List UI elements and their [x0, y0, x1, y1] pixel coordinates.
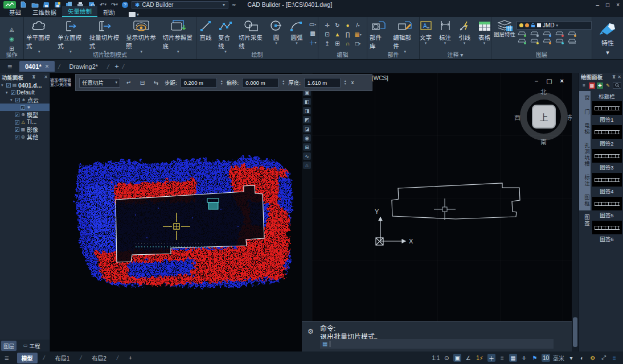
- menu-tab-3d-data[interactable]: 三维数据: [27, 7, 62, 17]
- close-slicebar-icon[interactable]: x: [351, 80, 354, 85]
- tab-elevator[interactable]: 电梯: [579, 119, 591, 139]
- block-thumbnail[interactable]: [592, 101, 622, 115]
- layer-properties-button[interactable]: 图层特性: [494, 19, 515, 38]
- tree-item-pointcloud[interactable]: ▾✓∗ 点云: [0, 96, 50, 104]
- customize-gear-icon[interactable]: ⚙: [589, 354, 597, 362]
- arc-tool-button[interactable]: 圆弧▾: [287, 19, 306, 45]
- polar-tracking-icon[interactable]: ＋: [487, 354, 495, 362]
- snap-mode-icon[interactable]: ⊙: [442, 354, 450, 362]
- scale-indicator[interactable]: 1:1: [432, 355, 440, 361]
- properties-button[interactable]: 特性 ▾: [592, 17, 623, 59]
- array-tool-icon[interactable]: ∏: [343, 30, 353, 39]
- tab-window[interactable]: 窗: [579, 91, 591, 105]
- layer-match-icon[interactable]: [568, 31, 576, 37]
- doc-tab-0401[interactable]: 0401*✕: [19, 61, 55, 72]
- component-library-button[interactable]: 部件库: [367, 19, 390, 53]
- block-thumbnail[interactable]: [592, 149, 622, 163]
- tab-annotation[interactable]: 标注: [579, 171, 591, 191]
- single-plane-mode-button[interactable]: 单平面模式▾: [24, 19, 54, 53]
- brush-icon[interactable]: ✎: [605, 82, 611, 89]
- slice-flip-icon[interactable]: ⇆: [151, 80, 161, 86]
- move-tool-icon[interactable]: ✛: [322, 21, 332, 30]
- step-input[interactable]: 0.200 m: [181, 78, 217, 88]
- command-input[interactable]: ▦: [320, 339, 554, 349]
- new-tab-button[interactable]: +: [114, 62, 119, 71]
- workspace-select[interactable]: ✱ CAD Builder ▾: [132, 1, 228, 9]
- scale-tool-icon[interactable]: ⊞: [333, 39, 342, 48]
- scrollbar-thumb[interactable]: [573, 317, 577, 347]
- grid-display-icon[interactable]: ▦: [509, 354, 517, 362]
- layout-tab-layout2[interactable]: 布局2: [87, 353, 111, 363]
- view-extents-icon[interactable]: ⊞: [303, 143, 311, 151]
- show-slice-reference-button[interactable]: 显示切片参照▾: [124, 19, 159, 53]
- fillet-tool-icon[interactable]: ∩: [343, 39, 353, 48]
- layer-lock-icon[interactable]: [555, 31, 564, 37]
- view-front-icon[interactable]: ◧: [303, 98, 311, 105]
- layer-unlock2-icon[interactable]: [555, 38, 564, 44]
- command-gear-icon[interactable]: ⚙: [308, 328, 314, 336]
- single-elevation-mode-button[interactable]: 单立面模式▾: [55, 19, 85, 53]
- tab-frame[interactable]: 图框: [579, 191, 591, 210]
- text-tool-button[interactable]: A 文字▾: [417, 19, 435, 45]
- layer-isolate-icon[interactable]: [518, 31, 526, 37]
- copy-object-tool-icon[interactable]: ⊡: [322, 30, 332, 39]
- edit-component-button[interactable]: 编辑部件▾: [391, 19, 419, 53]
- help-icon[interactable]: ?: [122, 2, 128, 8]
- layer-on2-icon[interactable]: [530, 38, 539, 44]
- layout-menu-icon[interactable]: ≡: [5, 354, 9, 362]
- tree-item-document[interactable]: ▾✓▤ 0401.d...: [0, 81, 50, 89]
- layer-walk-icon[interactable]: [568, 38, 576, 44]
- sidebar-tab-layers[interactable]: 图层: [1, 341, 17, 351]
- doc-tab-drawing2[interactable]: Drawing2*: [63, 61, 104, 72]
- list-item[interactable]: 图签4: [592, 173, 622, 195]
- pin-icon[interactable]: ⊼: [32, 75, 36, 80]
- vector-viewport[interactable]: [-][俯视][二维线框] [WCS] – ▢ × 北 南 西 东 上: [312, 73, 572, 321]
- block-thumbnail[interactable]: [592, 221, 622, 234]
- block-library-icon[interactable]: ▦: [589, 82, 595, 89]
- rotate-tool-icon[interactable]: ↻: [333, 21, 342, 30]
- list-item[interactable]: 图签2: [592, 125, 622, 147]
- workspace-switch-icon[interactable]: ≂: [232, 2, 236, 7]
- tree-item-pointcloud-child[interactable]: ✓∗: [0, 104, 50, 111]
- tree-item-image[interactable]: ✓▦ 影像: [0, 126, 50, 133]
- chevron-down-icon[interactable]: ▾: [567, 354, 575, 362]
- view-iso-se-icon[interactable]: ◪: [303, 125, 311, 133]
- list-item[interactable]: 图签3: [592, 149, 622, 171]
- pattern-tool-icon[interactable]: ▦▾: [353, 30, 363, 39]
- tree-item-other[interactable]: ✓◎ 其他: [0, 133, 50, 140]
- slice-reference-to-bottom-button[interactable]: 切片参照置底▾: [161, 19, 196, 53]
- slice-plane-icon[interactable]: ⊟: [137, 80, 147, 86]
- dynamic-input-icon[interactable]: 1⚡: [475, 354, 485, 362]
- close-tab-icon[interactable]: ✕: [45, 64, 50, 69]
- isolate-objects-icon[interactable]: ◐: [578, 354, 586, 362]
- tree-item-tin[interactable]: ✓△ TI...: [0, 118, 50, 126]
- step-spinner[interactable]: ▲▼: [220, 80, 223, 85]
- object-snap-tracking-icon[interactable]: ✛: [520, 354, 528, 362]
- block-thumbnail[interactable]: [592, 197, 622, 210]
- rectangle-tool-icon[interactable]: ▭▾: [308, 20, 318, 28]
- polyline-tool-button[interactable]: 复合线▾: [216, 19, 235, 53]
- lineweight-icon[interactable]: ≡: [498, 354, 506, 362]
- close-panel-icon[interactable]: ✕: [617, 75, 621, 80]
- tab-titleblock[interactable]: 图签: [579, 210, 591, 230]
- hatch-tool-icon[interactable]: ▩: [308, 29, 318, 37]
- menu-tab-vector-draw[interactable]: 矢量绘制: [62, 6, 97, 17]
- block-thumbnail[interactable]: [592, 173, 622, 187]
- select-object-icon[interactable]: ◬: [7, 26, 17, 34]
- close-button[interactable]: ×: [616, 2, 620, 8]
- menu-tab-help[interactable]: 帮助: [97, 7, 121, 17]
- point-tool-icon[interactable]: ＋▾: [308, 38, 318, 46]
- pointcloud-viewport[interactable]: [50, 73, 302, 351]
- ortho-mode-icon[interactable]: ∠: [464, 354, 472, 362]
- minimize-button[interactable]: –: [596, 2, 600, 8]
- maximize-button[interactable]: □: [606, 2, 609, 8]
- view-side-icon[interactable]: ◨: [303, 107, 311, 114]
- fill-tool-icon[interactable]: ●: [343, 21, 353, 30]
- view-camera-icon[interactable]: ◉: [303, 134, 311, 142]
- sidebar-tab-project[interactable]: ▭工程: [21, 341, 43, 351]
- vertical-scrollbar[interactable]: [572, 73, 579, 351]
- layer-freeze-icon[interactable]: [543, 31, 551, 37]
- tab-openings[interactable]: 孔洞坑槽: [579, 139, 591, 171]
- snap-toggle-label[interactable]: 显示/关闭捕: [50, 82, 75, 87]
- add-layout-button[interactable]: +: [124, 354, 137, 362]
